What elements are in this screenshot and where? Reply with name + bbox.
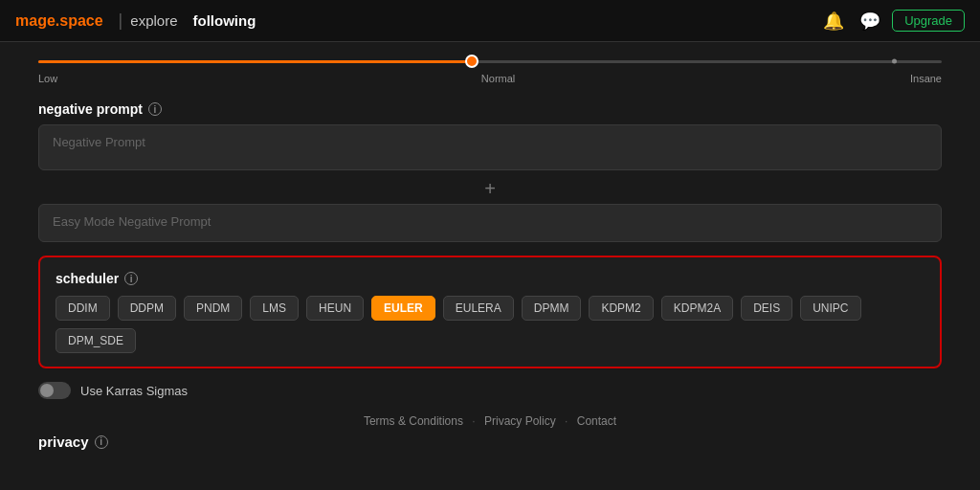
scheduler-btn-kdpm2[interactable]: KDPM2 [589,296,653,321]
karras-label: Use Karras Sigmas [80,384,188,398]
scheduler-btn-deis[interactable]: DEIS [741,296,792,321]
slider-thumb[interactable] [465,55,479,68]
scheduler-btn-lms[interactable]: LMS [250,296,299,321]
slider-low-label: Low [38,73,57,84]
privacy-link[interactable]: Privacy Policy [484,414,556,428]
slider-track-wrap[interactable] [38,54,942,69]
add-prompt-button[interactable]: + [38,178,942,200]
scheduler-btn-dpm_sde[interactable]: DPM_SDE [56,328,136,353]
discord-icon[interactable]: 💬 [859,11,880,32]
scheduler-btn-dpmm[interactable]: DPMM [522,296,582,321]
negative-prompt-label: negative prompt i [38,101,942,117]
toggle-thumb [40,384,54,397]
slider-label-row: Low Normal Insane [38,73,942,84]
privacy-section-label: privacy i [38,434,942,450]
scheduler-info-icon[interactable]: i [124,272,138,285]
privacy-title: privacy [38,434,89,450]
scheduler-label: scheduler i [56,271,924,286]
negative-prompt-title: negative prompt [38,101,143,117]
negative-prompt-input[interactable]: Negative Prompt [38,124,942,170]
scheduler-title: scheduler [56,271,119,286]
karras-toggle-row: Use Karras Sigmas [38,382,942,399]
bell-icon[interactable]: 🔔 [823,11,844,32]
contact-link[interactable]: Contact [577,414,616,428]
negative-prompt-placeholder: Negative Prompt [53,135,145,149]
scheduler-btn-unipc[interactable]: UNIPC [800,296,860,321]
easy-mode-placeholder: Easy Mode Negative Prompt [53,214,211,229]
scheduler-btn-eulera[interactable]: EULERA [443,296,514,321]
footer: Terms & Conditions · Privacy Policy · Co… [38,409,942,434]
footer-dot-1: · [472,414,475,428]
logo[interactable]: mage.space [15,12,103,30]
karras-toggle[interactable] [38,382,71,399]
nav-explore[interactable]: explore [130,12,177,29]
privacy-info-icon[interactable]: i [95,435,108,449]
scheduler-section: scheduler i DDIMDDPMPNDMLMSHEUNEULEREULE… [38,256,942,368]
scheduler-btn-kdpm2a[interactable]: KDPM2A [661,296,733,321]
easy-mode-input[interactable]: Easy Mode Negative Prompt [38,204,942,242]
slider-track [38,60,942,63]
navbar: mage.space | explore following 🔔 💬 Upgra… [0,0,980,42]
scheduler-btn-pndm[interactable]: PNDM [184,296,242,321]
upgrade-button[interactable]: Upgrade [892,10,965,32]
slider-dot [892,59,897,64]
scheduler-btn-heun[interactable]: HEUN [306,296,364,321]
slider-normal-label: Normal [481,73,515,84]
nav-following[interactable]: following [193,12,256,29]
terms-link[interactable]: Terms & Conditions [364,414,463,428]
nav-divider: | [119,11,123,31]
slider-section: Low Normal Insane [38,54,942,84]
slider-fill [38,60,472,63]
scheduler-btn-ddim[interactable]: DDIM [56,296,110,321]
main-content: Low Normal Insane negative prompt i Nega… [0,42,980,450]
scheduler-buttons: DDIMDDPMPNDMLMSHEUNEULEREULERADPMMKDPM2K… [56,296,924,353]
scheduler-btn-ddpm[interactable]: DDPM [118,296,176,321]
negative-prompt-info-icon[interactable]: i [148,102,162,116]
scheduler-btn-euler[interactable]: EULER [371,296,435,321]
slider-insane-label: Insane [910,73,942,84]
footer-dot-2: · [565,414,568,428]
